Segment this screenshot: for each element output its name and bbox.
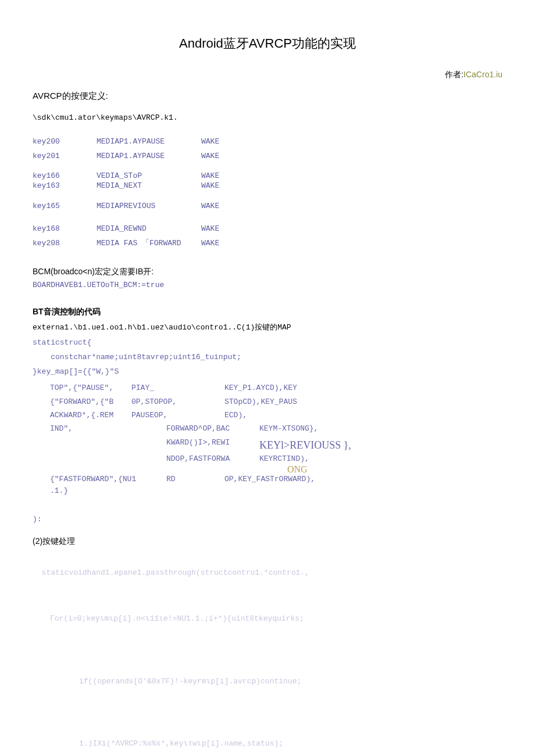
km-cell: {"FORWARD",{"B: [33, 395, 131, 409]
bcm-code: BOARDHAVEB1.UETOoTH_BCM:=true: [33, 281, 502, 289]
km-cell: [33, 436, 131, 454]
table-row: {"FASTFORWARD",{NU1 RD OP,KEY_FASTrORWAR…: [33, 475, 502, 484]
key-action: MEDIA_REWND: [97, 222, 201, 237]
key-action: MEDIAP1.AYPAUSE: [97, 149, 201, 164]
key-id: key201: [33, 149, 97, 164]
km-cell: ECD),: [224, 409, 335, 422]
table-row: key163 MEDIA_NEXT WAKE: [33, 181, 502, 191]
key-id: key208: [33, 237, 97, 251]
table-row: key165 MEDIAPREVIOUS WAKE: [33, 199, 502, 214]
km-cell: KEY_P1.AYCD),KEY: [224, 381, 335, 395]
table-row: ACKWARD*,{.REM PAUSEOP, ECD),: [33, 409, 502, 422]
km-cell: ACKWARD*,{.REM: [33, 409, 131, 422]
keymap-close: ):: [33, 513, 502, 527]
key-previous-label: KEYl>REVIOUSS },: [259, 436, 364, 454]
ong-label: ONG: [259, 464, 308, 474]
bt-audio-header: BT音演控制的代码: [33, 307, 502, 317]
table-row: TOP",{"PAUSE", PIAY_ KEY_P1.AYCD),KEY: [33, 381, 502, 395]
km-cell: IND",: [33, 422, 131, 435]
km-cell: PIAY_: [131, 381, 224, 395]
keymap-block: TOP",{"PAUSE", PIAY_ KEY_P1.AYCD),KEY {"…: [33, 381, 502, 497]
table-row: key200 MEDIAP1.AYPAUSE WAKE: [33, 135, 502, 149]
key-wake: WAKE: [201, 222, 248, 237]
author-line: 作者:ICaCro1.iu: [33, 70, 502, 80]
table-row: .1.}: [33, 484, 502, 497]
code-line: Гor(i=0;keyιmιp[i].n<ι11ιe!=NU1.1.;i+*){…: [33, 611, 502, 628]
key-action: VEDIA_SToP: [97, 171, 201, 181]
bcm-header: BCM(broadco<n)宏定义需要IB开:: [33, 267, 502, 277]
table-row: key168 MEDIA_REWND WAKE: [33, 222, 502, 237]
km-cell: KEYM-XTSONG},: [259, 422, 364, 435]
key-id: key200: [33, 135, 97, 149]
author-name: ICaCro1.iu: [463, 70, 502, 79]
external-path-line: externa1.\b1.ue1.oo1.h\b1.uez\audio\cont…: [33, 322, 502, 332]
struct-body: constchar*name;uint8tavrep;uint16_tuinpu…: [33, 350, 502, 365]
author-label: 作者:: [445, 70, 463, 79]
key-wake: WAKE: [201, 199, 248, 214]
table-row: key208 MEDIA FAS 「FORWARD WAKE: [33, 237, 502, 251]
km-cell: TOP",{"PAUSE",: [33, 381, 131, 395]
table-row: KWARD()I>,REWI KEYl>REVIOUSS },: [33, 436, 502, 454]
km-cell: OP,KEY_FASTrORWARD),: [224, 475, 315, 484]
key-wake: WAKE: [201, 171, 248, 181]
section-num: (2): [33, 536, 42, 546]
key-wake: WAKE: [201, 237, 248, 251]
table-row: NDOP,FASTFORWA KEYRCTIND), ONG: [33, 454, 502, 475]
km-cell-text: KEYRCTIND),: [259, 454, 309, 463]
km-cell: [33, 454, 131, 475]
key-id: key166: [33, 171, 97, 181]
table-row: key201 MEDIAP1.AYPAUSE WAKE: [33, 149, 502, 164]
key-action: MEDIA_NEXT: [97, 181, 201, 191]
key-action: MEDIAP1.AYPAUSE: [97, 135, 201, 149]
km-cell: PAUSEOP,: [131, 409, 224, 422]
key-wake: WAKE: [201, 181, 248, 191]
km-cell: {"FASTFORWARD",{NU1: [33, 475, 166, 484]
map-label: 按键的MAP: [255, 323, 291, 332]
struct-open: staticstruct{: [33, 336, 502, 350]
page-title: Android蓝牙AVRCP功能的实现: [33, 35, 502, 52]
table-row: IND", FORWARD^OP,BAC KEYM-XTSONG},: [33, 422, 502, 435]
key-wake: WAKE: [201, 135, 248, 149]
key-action: MEDIAPREVIOUS: [97, 199, 201, 214]
section-avrcp-def: AVRCP的按便定义:: [33, 91, 502, 102]
km-cell: NDOP,FASTFORWA: [131, 454, 259, 475]
section-text: 按键处理: [42, 536, 75, 546]
key-id: key165: [33, 199, 97, 214]
code-line: 1.)IXi(*ΛVRCP:%s%s*,keyιτwιp[i].name,sta…: [33, 736, 502, 753]
table-row: {"FORWARD",{"B 0P,STOPOP, STOpCD),KEY_PA…: [33, 395, 502, 409]
km-cell: RD: [166, 475, 224, 484]
code-line: if((operands[O'&0x7F)!-keyrmιp[i].avrcp)…: [33, 673, 502, 690]
km-cell: FORWARD^OP,BAC: [131, 422, 259, 435]
path-text: externa1.\b1.ue1.oo1.h\b1.uez\audio\cont…: [33, 323, 255, 332]
key-table: key200 MEDIAP1.AYPAUSE WAKE key201 MEDIA…: [33, 135, 502, 250]
key-action: MEDIA FAS 「FORWARD: [97, 237, 201, 251]
km-cell: STOpCD),KEY_PAUS: [224, 395, 335, 409]
code-faded-block: staticvoidhand1.epane1.passthrough(struc…: [33, 548, 502, 756]
struct-close: }key_map[]={{"W,}"S: [33, 365, 502, 379]
table-row: key166 VEDIA_SToP WAKE: [33, 171, 502, 181]
sdk-path: \sdk\cmu1.ator\keymaps\AVRCP.k1.: [33, 113, 502, 122]
key-id: key168: [33, 222, 97, 237]
key-id: key163: [33, 181, 97, 191]
section-key-handle: (2)按键处理: [33, 536, 502, 547]
code-line: staticvoidhand1.epane1.passthrough(struc…: [42, 568, 309, 577]
km-cell: KEYRCTIND), ONG: [259, 454, 309, 475]
km-cell: 0P,STOPOP,: [131, 395, 224, 409]
km-cell: .1.}: [33, 484, 131, 497]
km-cell: KWARD()I>,REWI: [131, 436, 259, 454]
key-wake: WAKE: [201, 149, 248, 164]
